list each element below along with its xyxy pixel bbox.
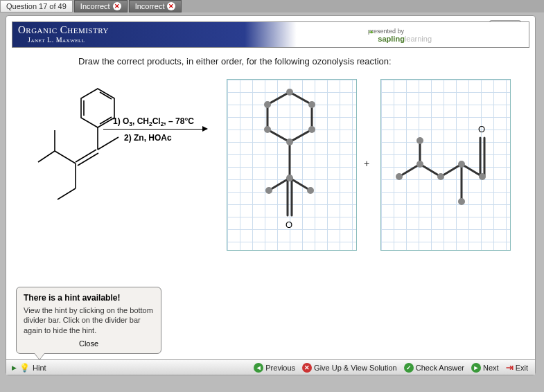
reactant-structure <box>34 83 200 231</box>
svg-line-30 <box>420 164 441 177</box>
course-title: Organic Chemistry <box>18 24 109 36</box>
svg-point-36 <box>396 173 403 180</box>
exit-button[interactable]: ⇥Exit <box>506 362 528 373</box>
instruction-text: Draw the correct products, in either ord… <box>78 56 535 66</box>
question-counter: Question 17 of 49 <box>6 2 67 10</box>
svg-point-22 <box>286 139 293 145</box>
svg-point-27 <box>307 187 314 194</box>
hint-body: View the hint by clicking on the bottom … <box>24 305 154 335</box>
x-icon: ✕ <box>167 2 175 10</box>
svg-line-7 <box>98 137 119 150</box>
svg-marker-13 <box>267 92 312 142</box>
next-button[interactable]: ►Next <box>471 363 499 373</box>
svg-line-31 <box>441 164 462 177</box>
arrow-right-icon: ► <box>471 363 481 373</box>
hint-close-button[interactable]: Close <box>24 339 154 348</box>
conditions-line-1: 1) O3, CH2Cl2, – 78°C <box>113 116 194 127</box>
svg-point-40 <box>458 161 465 168</box>
lightbulb-icon: 💡 <box>19 363 30 373</box>
course-author: Janet L. Maxwell <box>28 36 85 44</box>
svg-point-37 <box>416 161 423 168</box>
svg-point-41 <box>479 173 486 180</box>
previous-button[interactable]: ◄Previous <box>254 363 295 373</box>
course-banner: Organic Chemistry Janet L. Maxwell prese… <box>12 21 529 48</box>
content-frame: Map ⊞ Organic Chemistry Janet L. Maxwell… <box>6 15 536 375</box>
incorrect-tab-1[interactable]: Incorrect✕ <box>74 0 128 12</box>
x-icon: ✕ <box>113 2 121 10</box>
svg-point-24 <box>264 101 271 108</box>
svg-point-38 <box>416 137 423 144</box>
svg-point-19 <box>286 89 293 96</box>
svg-point-39 <box>437 173 444 180</box>
tab-bar: Question 17 of 49 Incorrect✕ Incorrect✕ <box>0 0 544 12</box>
give-up-button[interactable]: ✕Give Up & View Solution <box>302 363 397 373</box>
plus-sign: + <box>364 158 369 169</box>
product-canvas-2[interactable]: O <box>380 79 511 251</box>
hint-button[interactable]: ▶ 💡 Hint <box>6 363 52 373</box>
svg-line-12 <box>58 188 76 199</box>
oxygen-label: O <box>286 220 292 230</box>
svg-point-42 <box>458 198 465 205</box>
bottom-toolbar: ▶ 💡 Hint ◄Previous ✕Give Up & View Solut… <box>6 359 535 375</box>
oxygen-label: O <box>478 124 485 134</box>
incorrect-tab-2[interactable]: Incorrect✕ <box>129 0 182 12</box>
hint-title: There is a hint available! <box>24 293 154 303</box>
x-circle-icon: ✕ <box>302 363 312 373</box>
product-canvas-1[interactable]: O <box>227 79 357 251</box>
check-answer-button[interactable]: ✓Check Answer <box>404 363 464 373</box>
expand-icon: ▶ <box>12 364 17 371</box>
svg-point-21 <box>308 126 315 133</box>
svg-point-23 <box>264 126 271 133</box>
check-circle-icon: ✓ <box>404 363 414 373</box>
svg-point-20 <box>308 101 315 108</box>
exit-icon: ⇥ <box>506 362 514 373</box>
arrow-left-icon: ◄ <box>254 363 263 373</box>
leaf-icon: ❧ <box>368 28 374 37</box>
svg-point-25 <box>286 175 293 181</box>
svg-point-26 <box>265 187 272 194</box>
svg-line-28 <box>399 164 420 177</box>
brand: ❧ saplinglearning <box>378 35 432 43</box>
reaction-arrow: 1) O3, CH2Cl2, – 78°C 2) Zn, HOAc <box>103 129 214 130</box>
svg-line-10 <box>38 151 55 162</box>
question-counter-tab[interactable]: Question 17 of 49 <box>0 0 73 12</box>
svg-marker-0 <box>81 89 114 127</box>
svg-line-8 <box>55 151 76 163</box>
conditions-line-2: 2) Zn, HOAc <box>124 133 172 143</box>
reaction-area: 1) O3, CH2Cl2, – 78°C 2) Zn, HOAc <box>6 79 535 266</box>
hint-popover: There is a hint available! View the hint… <box>16 287 161 354</box>
